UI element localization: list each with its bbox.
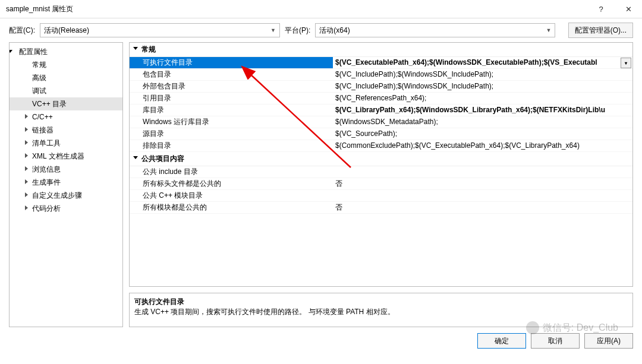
grid-row-value[interactable] (333, 190, 632, 201)
ok-button[interactable]: 确定 (477, 333, 526, 349)
tree-item[interactable]: 生成事件 (10, 176, 122, 189)
grid-row-key: 库目录 (130, 105, 333, 116)
platform-combo[interactable]: 活动(x64) ▼ (315, 23, 555, 37)
chevron-down-icon: ▼ (546, 27, 551, 33)
grid-row[interactable]: 公共 C++ 模块目录 (130, 190, 632, 202)
config-combo[interactable]: 活动(Release) ▼ (40, 23, 280, 37)
grid-row[interactable]: 所有标头文件都是公共的否 (130, 178, 632, 190)
description-title: 可执行文件目录 (134, 297, 628, 307)
close-button[interactable]: ✕ (615, 0, 642, 18)
chevron-down-icon (9, 50, 12, 53)
cancel-button[interactable]: 取消 (531, 333, 580, 349)
chevron-down-icon: ▼ (270, 27, 276, 33)
grid-row-key: 源目录 (130, 128, 333, 140)
tree-item[interactable]: 自定义生成步骤 (10, 189, 122, 202)
grid-row[interactable]: 可执行文件目录$(VC_ExecutablePath_x64);$(Window… (130, 57, 632, 69)
grid-row-value[interactable] (333, 166, 632, 178)
grid-row-value[interactable]: $(VC_ExecutablePath_x64);$(WindowsSDK_Ex… (333, 57, 632, 68)
grid-row-value[interactable]: $(VC_LibraryPath_x64);$(WindowsSDK_Libra… (333, 105, 632, 116)
grid-row-key: 公共 C++ 模块目录 (130, 190, 333, 201)
tree-item[interactable]: 浏览信息 (10, 163, 122, 176)
grid-group-header[interactable]: 常规 (130, 43, 632, 57)
grid-row-key: 外部包含目录 (130, 81, 333, 92)
tree-root[interactable]: 配置属性 (10, 45, 122, 58)
property-tree[interactable]: 配置属性 常规高级调试VC++ 目录C/C++链接器清单工具XML 文档生成器浏… (9, 42, 123, 327)
titlebar: sample_mnist 属性页 ? ✕ (0, 0, 642, 18)
grid-row-value[interactable]: $(VC_IncludePath);$(WindowsSDK_IncludePa… (333, 69, 632, 80)
grid-row-value[interactable]: 否 (333, 178, 632, 189)
description-panel: 可执行文件目录 生成 VC++ 项目期间，搜索可执行文件时使用的路径。 与环境变… (129, 293, 633, 327)
grid-row-key: 所有标头文件都是公共的 (130, 178, 333, 189)
dialog-footer: 确定 取消 应用(A) (0, 327, 642, 354)
property-grid[interactable]: 常规可执行文件目录$(VC_ExecutablePath_x64);$(Wind… (129, 42, 633, 287)
tree-item[interactable]: XML 文档生成器 (10, 150, 122, 163)
description-text: 生成 VC++ 项目期间，搜索可执行文件时使用的路径。 与环境变量 PATH 相… (134, 307, 628, 317)
grid-row-key: 排除目录 (130, 140, 333, 151)
grid-row[interactable]: 库目录$(VC_LibraryPath_x64);$(WindowsSDK_Li… (130, 105, 632, 116)
dropdown-icon[interactable]: ▾ (621, 58, 631, 68)
grid-row[interactable]: Windows 运行库目录$(WindowsSDK_MetadataPath); (130, 116, 632, 128)
grid-row-key: 所有模块都是公共的 (130, 202, 333, 213)
grid-row-value[interactable]: $(CommonExcludePath);$(VC_ExecutablePath… (333, 140, 632, 151)
grid-row-key: 引用目录 (130, 93, 333, 104)
platform-label: 平台(P): (285, 26, 310, 36)
grid-row-key: 可执行文件目录 (130, 57, 333, 68)
grid-row[interactable]: 引用目录$(VC_ReferencesPath_x64); (130, 93, 632, 105)
grid-row-value[interactable]: $(VC_IncludePath);$(WindowsSDK_IncludePa… (333, 81, 632, 92)
toolbar: 配置(C): 活动(Release) ▼ 平台(P): 活动(x64) ▼ 配置… (0, 18, 642, 42)
grid-row[interactable]: 源目录$(VC_SourcePath); (130, 128, 632, 140)
tree-item[interactable]: 调试 (10, 84, 122, 97)
tree-item[interactable]: 清单工具 (10, 137, 122, 150)
property-right: 常规可执行文件目录$(VC_ExecutablePath_x64);$(Wind… (129, 42, 633, 327)
apply-button[interactable]: 应用(A) (584, 333, 633, 349)
config-label: 配置(C): (9, 26, 35, 36)
tree-item[interactable]: VC++ 目录 (10, 97, 122, 110)
grid-row-value[interactable]: $(VC_ReferencesPath_x64); (333, 93, 632, 104)
grid-row[interactable]: 包含目录$(VC_IncludePath);$(WindowsSDK_Inclu… (130, 69, 632, 81)
platform-value: 活动(x64) (319, 26, 546, 36)
grid-row[interactable]: 排除目录$(CommonExcludePath);$(VC_Executable… (130, 140, 632, 152)
grid-row-key: 公共 include 目录 (130, 166, 333, 178)
grid-row-key: 包含目录 (130, 69, 333, 80)
grid-row[interactable]: 所有模块都是公共的否 (130, 202, 632, 214)
config-manager-button[interactable]: 配置管理器(O)... (568, 23, 633, 38)
grid-group-header[interactable]: 公共项目内容 (130, 152, 632, 166)
grid-row-key: Windows 运行库目录 (130, 116, 333, 128)
tree-item[interactable]: 高级 (10, 71, 122, 84)
help-button[interactable]: ? (587, 0, 615, 18)
tree-item[interactable]: C/C++ (10, 110, 122, 124)
tree-item[interactable]: 常规 (10, 58, 122, 71)
grid-row-value[interactable]: $(VC_SourcePath); (333, 128, 632, 140)
grid-row[interactable]: 外部包含目录$(VC_IncludePath);$(WindowsSDK_Inc… (130, 81, 632, 93)
grid-row[interactable]: 公共 include 目录 (130, 166, 632, 178)
window-title: sample_mnist 属性页 (6, 4, 587, 14)
config-value: 活动(Release) (44, 26, 270, 36)
grid-row-value[interactable]: $(WindowsSDK_MetadataPath); (333, 116, 632, 128)
tree-root-label: 配置属性 (19, 48, 48, 56)
tree-item[interactable]: 链接器 (10, 124, 122, 137)
tree-item[interactable]: 代码分析 (10, 202, 122, 215)
body: 配置属性 常规高级调试VC++ 目录C/C++链接器清单工具XML 文档生成器浏… (0, 42, 642, 327)
grid-row-value[interactable]: 否 (333, 202, 632, 213)
